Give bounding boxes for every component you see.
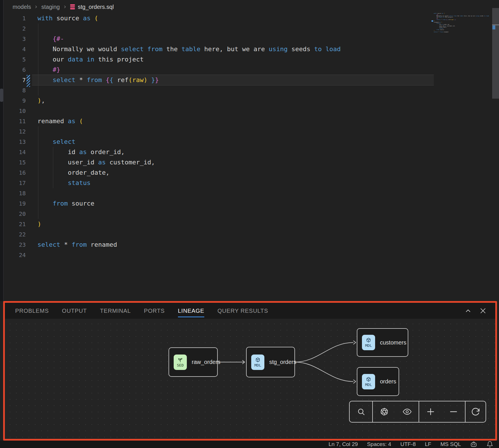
code-line-3[interactable]: 3 {#- <box>0 34 499 44</box>
status-ms-sql[interactable]: MS SQL <box>440 441 461 447</box>
copilot-robot-icon[interactable] <box>470 441 477 448</box>
code-text: select * from renamed <box>37 241 117 248</box>
code-line-24[interactable]: 24 <box>0 250 499 260</box>
line-number: 4 <box>0 44 26 54</box>
code-line-20[interactable]: 20 <box>0 209 499 219</box>
aperture-icon[interactable] <box>380 407 389 416</box>
tab-ports[interactable]: PORTS <box>144 303 165 319</box>
tab-problems[interactable]: PROBLEMS <box>15 303 49 319</box>
line-number: 21 <box>0 219 26 229</box>
line-number: 11 <box>0 116 26 126</box>
node-badge: MDL <box>365 383 372 387</box>
left-scroll-thumb[interactable] <box>0 89 3 102</box>
code-line-4[interactable]: 4 Normally we would select from the tabl… <box>0 44 499 54</box>
line-number: 13 <box>0 137 26 147</box>
notifications-bell-icon[interactable] <box>486 441 493 448</box>
panel-tabs: PROBLEMSOUTPUTTERMINALPORTSLINEAGEQUERY … <box>15 303 268 319</box>
code-line-16[interactable]: 16 order_date, <box>0 168 499 178</box>
scrollbar-position-line <box>492 25 499 25</box>
code-text: our data in this project <box>37 56 144 63</box>
code-line-17[interactable]: 17 status <box>0 178 499 188</box>
lineage-node-customers[interactable]: MDL customers <box>357 328 408 357</box>
code-line-1[interactable]: 1with source as ( <box>0 13 499 23</box>
code-text: renamed as ( <box>37 118 83 125</box>
code-line-14[interactable]: 14 id as order_id, <box>0 147 499 157</box>
code-line-2[interactable]: 2 <box>0 23 499 34</box>
code-line-22[interactable]: 22 <box>0 229 499 240</box>
vscode-window: models staging stg_orders.sql 1with sour… <box>0 0 499 448</box>
line-number: 16 <box>0 168 26 178</box>
status-spaces-4[interactable]: Spaces: 4 <box>367 441 391 447</box>
line-number: 1 <box>0 13 26 23</box>
zoom-out-icon[interactable] <box>449 407 458 416</box>
line-number: 5 <box>0 54 26 65</box>
line-number: 3 <box>0 34 26 44</box>
model-cube-icon <box>366 337 371 343</box>
lineage-node-orders[interactable]: MDL orders <box>357 367 399 396</box>
status-lf[interactable]: LF <box>425 441 431 447</box>
line-number: 24 <box>0 250 26 260</box>
line-number: 22 <box>0 229 26 240</box>
code-text: select <box>37 138 75 145</box>
line-number: 8 <box>0 85 26 95</box>
code-line-10[interactable]: 10 <box>0 106 499 116</box>
code-text: {#- <box>37 35 64 42</box>
line-number: 9 <box>0 95 26 106</box>
code-line-21[interactable]: 21) <box>0 219 499 229</box>
code-line-9[interactable]: 9), <box>0 95 499 106</box>
code-line-8[interactable]: 8 <box>0 85 499 95</box>
zoom-in-icon[interactable] <box>426 407 435 416</box>
lineage-node-raw-orders[interactable]: SED raw_orders <box>169 347 218 377</box>
code-line-11[interactable]: 11renamed as ( <box>0 116 499 126</box>
vertical-scrollbar[interactable] <box>492 8 499 99</box>
minimap[interactable]: with source as ( {#- Normally we would s… <box>434 13 492 47</box>
code-lines: 1with source as (23 {#-4 Normally we wou… <box>0 13 499 260</box>
lineage-node-stg-orders[interactable]: MDL stg_orders <box>246 347 295 377</box>
close-icon[interactable] <box>479 307 487 314</box>
code-line-12[interactable]: 12 <box>0 126 499 137</box>
tab-terminal[interactable]: TERMINAL <box>100 303 131 319</box>
code-text: Normally we would select from the table … <box>37 45 341 53</box>
code-line-5[interactable]: 5 our data in this project <box>0 54 499 65</box>
breadcrumb-staging[interactable]: staging <box>41 4 60 10</box>
chevron-right-icon <box>63 5 67 9</box>
breadcrumb-models[interactable]: models <box>13 4 31 10</box>
line-number: 14 <box>0 147 26 157</box>
line-number: 6 <box>0 65 26 75</box>
node-badge: MDL <box>365 343 372 348</box>
minimap-modified-marker <box>431 20 433 22</box>
code-text: ), <box>37 97 45 104</box>
code-line-15[interactable]: 15 user_id as customer_id, <box>0 157 499 168</box>
line-number: 18 <box>0 188 26 198</box>
status-ln-7-col-29[interactable]: Ln 7, Col 29 <box>328 441 358 447</box>
tab-lineage[interactable]: LINEAGE <box>178 303 204 319</box>
model-tile: MDL <box>362 335 375 350</box>
breadcrumb: models staging stg_orders.sql <box>13 2 114 11</box>
code-editor[interactable]: 1with source as (23 {#-4 Normally we wou… <box>0 13 499 260</box>
panel-actions <box>464 307 495 314</box>
node-label: orders <box>380 378 396 385</box>
node-label: raw_orders <box>192 359 220 365</box>
seedling-icon <box>177 357 183 363</box>
code-line-19[interactable]: 19 from source <box>0 198 499 209</box>
database-icon <box>70 4 75 9</box>
code-line-23[interactable]: 23select * from renamed <box>0 240 499 250</box>
code-line-13[interactable]: 13 select <box>0 137 499 147</box>
refresh-icon[interactable] <box>471 407 480 416</box>
chevron-right-icon <box>34 5 38 9</box>
search-icon[interactable] <box>357 407 365 416</box>
lineage-toolbar <box>349 401 486 423</box>
code-text: user_id as customer_id, <box>37 159 155 166</box>
chevron-up-icon[interactable] <box>464 307 472 314</box>
tab-query-results[interactable]: QUERY RESULTS <box>217 303 268 319</box>
code-line-7[interactable]: 7 select * from {{ ref(raw) }} <box>0 75 499 85</box>
status-utf-8[interactable]: UTF-8 <box>400 441 416 447</box>
lineage-canvas[interactable]: SED raw_orders MDL stg_orders <box>5 319 495 439</box>
code-line-18[interactable]: 18 <box>0 188 499 198</box>
tab-output[interactable]: OUTPUT <box>62 303 87 319</box>
eye-icon[interactable] <box>403 407 412 416</box>
line-number: 15 <box>0 157 26 168</box>
seed-tile: SED <box>174 355 187 370</box>
code-line-6[interactable]: 6 #} <box>0 65 499 75</box>
breadcrumb-file[interactable]: stg_orders.sql <box>78 4 114 10</box>
